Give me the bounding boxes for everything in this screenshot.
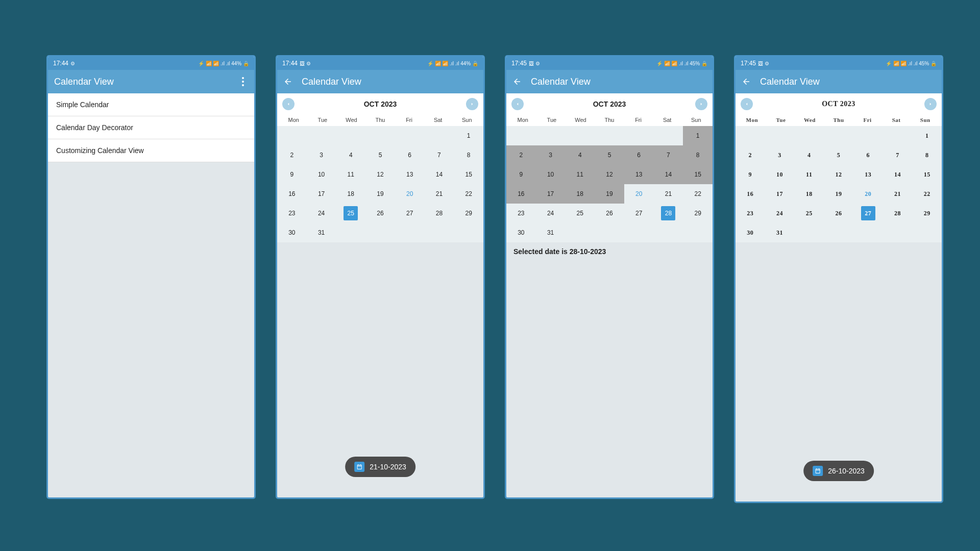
day-cell[interactable]: 6 [395, 145, 425, 165]
day-cell[interactable]: 12 [824, 165, 853, 184]
day-cell[interactable]: 25 [794, 204, 824, 223]
day-cell[interactable]: 22 [683, 184, 713, 204]
next-month-button[interactable] [695, 98, 707, 110]
day-cell[interactable]: 16 [736, 184, 765, 204]
day-cell[interactable]: 1 [912, 126, 942, 145]
day-cell[interactable]: 15 [683, 165, 713, 184]
day-cell[interactable]: 8 [683, 145, 713, 165]
day-cell[interactable]: 19 [595, 184, 624, 204]
day-cell[interactable]: 25 [336, 204, 365, 223]
day-cell[interactable]: 18 [794, 184, 824, 204]
day-cell[interactable]: 24 [307, 204, 336, 223]
day-cell[interactable]: 19 [824, 184, 853, 204]
day-cell[interactable]: 26 [595, 204, 624, 223]
day-cell[interactable]: 13 [624, 165, 654, 184]
day-cell[interactable]: 13 [853, 165, 883, 184]
day-cell[interactable]: 6 [624, 145, 654, 165]
day-cell[interactable]: 14 [883, 165, 913, 184]
day-cell[interactable]: 22 [912, 184, 942, 204]
day-cell[interactable]: 4 [565, 145, 595, 165]
day-cell[interactable]: 28 [425, 204, 454, 223]
day-cell[interactable]: 7 [883, 145, 913, 165]
day-cell[interactable]: 24 [765, 204, 795, 223]
menu-item[interactable]: Simple Calendar [48, 93, 254, 116]
back-button[interactable] [742, 77, 751, 86]
day-cell[interactable]: 21 [654, 184, 683, 204]
day-cell[interactable]: 10 [307, 165, 336, 184]
day-cell[interactable]: 9 [506, 165, 536, 184]
day-cell[interactable]: 14 [425, 165, 454, 184]
back-button[interactable] [512, 77, 522, 86]
day-cell[interactable]: 15 [912, 165, 942, 184]
day-cell[interactable]: 12 [595, 165, 624, 184]
day-cell[interactable]: 4 [336, 145, 365, 165]
day-cell[interactable]: 6 [853, 145, 883, 165]
day-cell[interactable]: 17 [765, 184, 795, 204]
day-cell[interactable]: 18 [565, 184, 595, 204]
day-cell[interactable]: 16 [277, 184, 307, 204]
day-cell[interactable]: 5 [824, 145, 853, 165]
menu-item[interactable]: Customizing Calendar View [48, 139, 254, 162]
day-cell[interactable]: 31 [765, 223, 795, 242]
day-cell[interactable]: 21 [425, 184, 454, 204]
day-cell[interactable]: 20 [395, 184, 425, 204]
date-picker-fab[interactable]: 26-10-2023 [803, 461, 874, 481]
day-cell[interactable]: 31 [307, 223, 336, 242]
day-cell[interactable]: 1 [454, 126, 483, 145]
day-cell[interactable]: 28 [654, 204, 683, 223]
day-cell[interactable]: 17 [307, 184, 336, 204]
day-cell[interactable]: 14 [654, 165, 683, 184]
day-cell[interactable]: 23 [736, 204, 765, 223]
day-cell[interactable]: 10 [536, 165, 566, 184]
more-menu-button[interactable] [238, 77, 248, 86]
day-cell[interactable]: 27 [853, 204, 883, 223]
day-cell[interactable]: 23 [277, 204, 307, 223]
day-cell[interactable]: 9 [736, 165, 765, 184]
day-cell[interactable]: 28 [883, 204, 913, 223]
day-cell[interactable]: 12 [365, 165, 395, 184]
day-cell[interactable]: 26 [365, 204, 395, 223]
day-cell[interactable]: 24 [536, 204, 566, 223]
day-cell[interactable]: 11 [565, 165, 595, 184]
day-cell[interactable]: 3 [307, 145, 336, 165]
day-cell[interactable]: 3 [765, 145, 795, 165]
day-cell[interactable]: 10 [765, 165, 795, 184]
day-cell[interactable]: 11 [794, 165, 824, 184]
day-cell[interactable]: 30 [736, 223, 765, 242]
day-cell[interactable]: 7 [425, 145, 454, 165]
day-cell[interactable]: 4 [794, 145, 824, 165]
day-cell[interactable]: 19 [365, 184, 395, 204]
day-cell[interactable]: 16 [506, 184, 536, 204]
day-cell[interactable]: 26 [824, 204, 853, 223]
next-month-button[interactable] [924, 98, 937, 110]
day-cell[interactable]: 2 [506, 145, 536, 165]
day-cell[interactable]: 27 [624, 204, 654, 223]
prev-month-button[interactable] [282, 98, 295, 110]
day-cell[interactable]: 2 [736, 145, 765, 165]
day-cell[interactable]: 13 [395, 165, 425, 184]
day-cell[interactable]: 22 [454, 184, 483, 204]
day-cell[interactable]: 21 [883, 184, 913, 204]
next-month-button[interactable] [466, 98, 478, 110]
day-cell[interactable]: 5 [365, 145, 395, 165]
day-cell[interactable]: 29 [912, 204, 942, 223]
day-cell[interactable]: 20 [624, 184, 654, 204]
day-cell[interactable]: 27 [395, 204, 425, 223]
back-button[interactable] [283, 77, 292, 86]
day-cell[interactable]: 11 [336, 165, 365, 184]
day-cell[interactable]: 17 [536, 184, 566, 204]
day-cell[interactable]: 30 [277, 223, 307, 242]
day-cell[interactable]: 31 [536, 223, 566, 242]
day-cell[interactable]: 15 [454, 165, 483, 184]
day-cell[interactable]: 7 [654, 145, 683, 165]
day-cell[interactable]: 18 [336, 184, 365, 204]
date-picker-fab[interactable]: 21-10-2023 [345, 457, 415, 477]
day-cell[interactable]: 25 [565, 204, 595, 223]
day-cell[interactable]: 2 [277, 145, 307, 165]
prev-month-button[interactable] [511, 98, 524, 110]
day-cell[interactable]: 30 [506, 223, 536, 242]
day-cell[interactable]: 23 [506, 204, 536, 223]
day-cell[interactable]: 8 [912, 145, 942, 165]
prev-month-button[interactable] [741, 98, 753, 110]
day-cell[interactable]: 29 [683, 204, 713, 223]
